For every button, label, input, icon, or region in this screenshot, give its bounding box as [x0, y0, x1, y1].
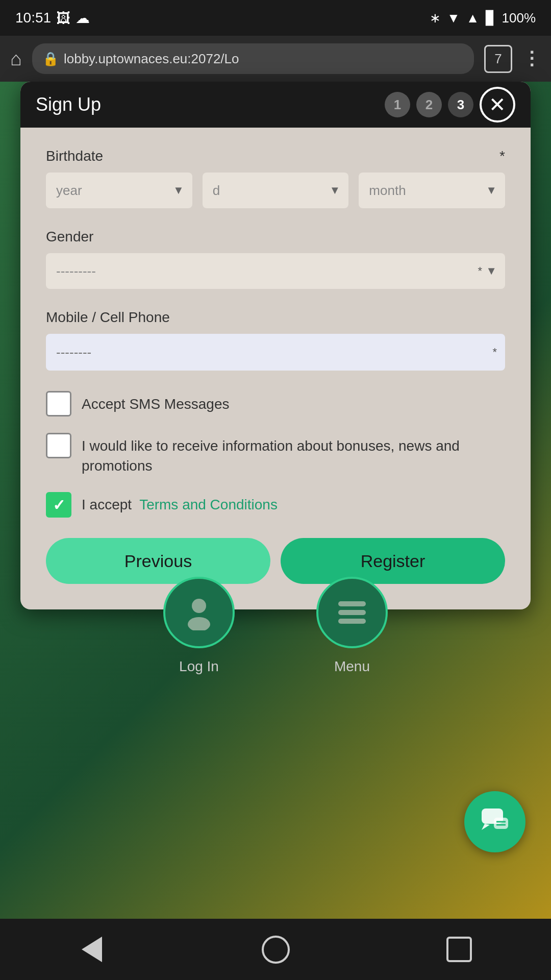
birthdate-month-select[interactable]: month [359, 173, 505, 208]
birthdate-label: Birthdate * [46, 148, 505, 164]
svg-point-1 [188, 617, 210, 630]
chat-icon [480, 806, 510, 837]
svg-rect-3 [338, 610, 366, 615]
bottom-nav: Log In Menu [0, 561, 551, 675]
terms-checkbox[interactable] [46, 492, 71, 518]
recents-button[interactable] [444, 934, 474, 965]
chat-fab[interactable] [464, 791, 525, 852]
menu-nav-item[interactable]: Menu [316, 577, 388, 675]
step-2: 2 [416, 92, 442, 117]
status-left: 10:51 🖼 ☁ [15, 10, 90, 27]
modal-header: Sign Up 1 2 3 ✕ [20, 82, 531, 128]
svg-rect-4 [338, 619, 366, 624]
svg-rect-7 [494, 818, 508, 829]
home-icon[interactable]: ⌂ [10, 48, 22, 70]
svg-marker-6 [482, 824, 490, 830]
browser-bar: ⌂ 🔒 lobby.uptownaces.eu:2072/Lo 7 ⋮ [0, 36, 551, 82]
gender-label: Gender [46, 229, 505, 245]
bluetooth-icon: ∗ [430, 10, 441, 26]
step-indicators: 1 2 3 ✕ [385, 87, 515, 122]
phone-input-wrapper: * [46, 334, 505, 371]
promo-checkbox-label: I would like to receive information abou… [82, 433, 505, 476]
login-nav-item[interactable]: Log In [163, 577, 235, 675]
sms-checkbox-row: Accept SMS Messages [46, 391, 505, 416]
menu-icon [334, 597, 370, 628]
home-button-icon [262, 936, 290, 964]
gender-required-star: * [478, 264, 482, 278]
phone-required-star: * [492, 346, 497, 359]
birthdate-year-select[interactable]: year [46, 173, 192, 208]
sync-icon: ☁ [76, 10, 90, 27]
phone-label: Mobile / Cell Phone [46, 309, 505, 326]
birthdate-day-wrapper: d ▼ [203, 173, 349, 208]
menu-label: Menu [334, 658, 370, 675]
sms-checkbox-label: Accept SMS Messages [82, 391, 229, 414]
terms-link[interactable]: Terms and Conditions [139, 497, 278, 512]
time-display: 10:51 [15, 10, 51, 26]
modal-body: Birthdate * year ▼ d ▼ [20, 128, 531, 609]
birthdate-day-select[interactable]: d [203, 173, 349, 208]
lock-icon: 🔒 [42, 51, 59, 67]
birthdate-row: year ▼ d ▼ month ▼ [46, 173, 505, 208]
step-1: 1 [385, 92, 410, 117]
image-icon: 🖼 [56, 10, 70, 27]
accept-label: I accept Terms and Conditions [82, 497, 278, 513]
more-icon[interactable]: ⋮ [522, 48, 541, 69]
status-bar: 10:51 🖼 ☁ ∗ ▼ ▲ ▊ 100% [0, 0, 551, 36]
gender-select[interactable]: --------- [46, 253, 505, 289]
home-button[interactable] [260, 934, 291, 965]
birthdate-month-wrapper: month ▼ [359, 173, 505, 208]
back-icon [82, 937, 102, 962]
android-nav-bar [0, 919, 551, 980]
close-button[interactable]: ✕ [480, 87, 515, 122]
status-right: ∗ ▼ ▲ ▊ 100% [430, 10, 536, 26]
login-nav-circle[interactable] [163, 577, 235, 648]
back-button[interactable] [77, 934, 107, 965]
terms-checkbox-row: I accept Terms and Conditions [46, 492, 505, 518]
recents-icon [446, 937, 472, 962]
required-star: * [499, 148, 505, 164]
tab-count[interactable]: 7 [484, 45, 512, 73]
gender-wrapper: --------- * ▼ [46, 253, 505, 289]
sms-checkbox[interactable] [46, 391, 71, 416]
modal-container: Sign Up 1 2 3 ✕ Birthdate * [20, 82, 531, 609]
battery-level: 100% [502, 10, 536, 26]
modal-title: Sign Up [36, 94, 101, 115]
svg-rect-2 [338, 601, 366, 606]
battery-icon: ▊ [486, 10, 496, 26]
promo-checkbox-row: I would like to receive information abou… [46, 433, 505, 476]
birthdate-year-wrapper: year ▼ [46, 173, 192, 208]
login-label: Log In [179, 658, 219, 675]
signal-icon: ▲ [466, 10, 480, 26]
promo-checkbox[interactable] [46, 433, 71, 458]
person-icon [181, 595, 217, 630]
wifi-icon: ▼ [447, 10, 460, 26]
svg-point-0 [192, 599, 206, 613]
menu-nav-circle[interactable] [316, 577, 388, 648]
step-3: 3 [448, 92, 473, 117]
url-bar[interactable]: 🔒 lobby.uptownaces.eu:2072/Lo [32, 43, 474, 74]
url-text: lobby.uptownaces.eu:2072/Lo [64, 51, 239, 67]
signup-modal: Sign Up 1 2 3 ✕ Birthdate * [20, 82, 531, 609]
phone-input[interactable] [46, 334, 505, 371]
